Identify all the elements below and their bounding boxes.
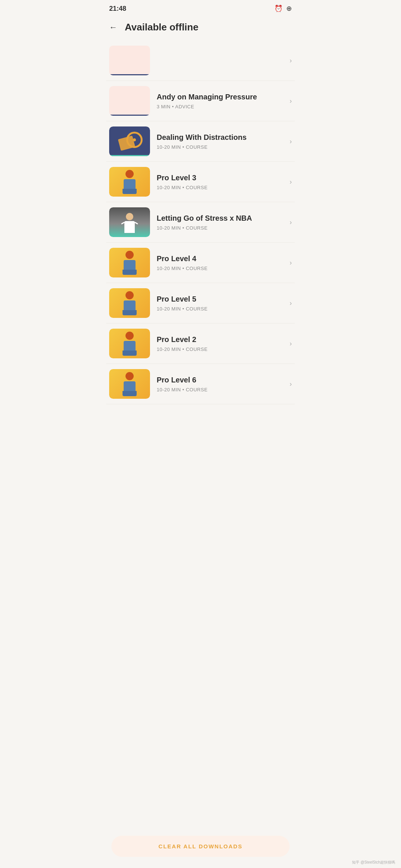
status-bar: 21:48 ⏰ ⊕ <box>100 0 301 16</box>
chevron-right-icon: › <box>290 259 292 267</box>
thumbnail <box>109 46 150 75</box>
thumbnail <box>109 329 150 358</box>
item-title: Pro Level 3 <box>157 173 286 183</box>
item-meta: 10-20 MIN • COURSE <box>157 266 286 271</box>
clear-all-downloads-button[interactable]: CLEAR ALL DOWNLOADS <box>111 836 290 857</box>
chevron-right-icon: › <box>290 57 292 65</box>
status-time: 21:48 <box>109 5 126 13</box>
thumbnail <box>109 288 150 318</box>
item-info: Letting Go of Stress x NBA 10-20 MIN • C… <box>157 214 286 231</box>
timer-icon: ⊕ <box>286 4 292 13</box>
list-item[interactable]: Pro Level 4 10-20 MIN • COURSE › <box>106 243 295 283</box>
list-item[interactable]: › <box>106 40 295 81</box>
item-meta: 10-20 MIN • COURSE <box>157 144 286 150</box>
item-title: Pro Level 6 <box>157 375 286 385</box>
item-meta: 10-20 MIN • COURSE <box>157 387 286 392</box>
item-title: Letting Go of Stress x NBA <box>157 214 286 223</box>
status-icons: ⏰ ⊕ <box>274 4 292 13</box>
item-meta: 10-20 MIN • COURSE <box>157 185 286 190</box>
list-item[interactable]: Pro Level 3 10-20 MIN • COURSE › <box>106 162 295 202</box>
item-title: Pro Level 5 <box>157 295 286 304</box>
back-button[interactable]: ← <box>109 23 117 32</box>
chevron-right-icon: › <box>290 138 292 145</box>
item-title: Dealing With Distractions <box>157 133 286 142</box>
item-meta: 10-20 MIN • COURSE <box>157 306 286 312</box>
item-info: Pro Level 2 10-20 MIN • COURSE <box>157 335 286 352</box>
thumbnail <box>109 369 150 399</box>
item-info: Pro Level 5 10-20 MIN • COURSE <box>157 295 286 312</box>
list-item[interactable]: Pro Level 6 10-20 MIN • COURSE › <box>106 364 295 404</box>
list-item[interactable]: Andy on Managing Pressure 3 MIN • ADVICE… <box>106 81 295 121</box>
clear-button-container: CLEAR ALL DOWNLOADS <box>111 836 290 857</box>
chevron-right-icon: › <box>290 340 292 348</box>
thumbnail <box>109 126 150 156</box>
thumbnail <box>109 248 150 277</box>
item-info: Pro Level 6 10-20 MIN • COURSE <box>157 375 286 392</box>
chevron-right-icon: › <box>290 218 292 226</box>
alarm-icon: ⏰ <box>274 4 283 13</box>
chevron-right-icon: › <box>290 380 292 388</box>
list-item[interactable]: Letting Go of Stress x NBA 10-20 MIN • C… <box>106 202 295 243</box>
page-title: Available offline <box>125 22 198 33</box>
header: ← Available offline <box>100 16 301 40</box>
list-item[interactable]: Pro Level 5 10-20 MIN • COURSE › <box>106 283 295 323</box>
thumbnail <box>109 207 150 237</box>
chevron-right-icon: › <box>290 178 292 186</box>
content-list: › Andy on Managing Pressure 3 MIN • ADVI… <box>100 40 301 441</box>
chevron-right-icon: › <box>290 299 292 307</box>
item-title: Pro Level 2 <box>157 335 286 344</box>
thumbnail <box>109 86 150 116</box>
item-info: Dealing With Distractions 10-20 MIN • CO… <box>157 133 286 150</box>
item-info: Pro Level 3 10-20 MIN • COURSE <box>157 173 286 190</box>
thumbnail <box>109 167 150 197</box>
item-meta: 10-20 MIN • COURSE <box>157 225 286 231</box>
list-item[interactable]: Dealing With Distractions 10-20 MIN • CO… <box>106 121 295 162</box>
chevron-right-icon: › <box>290 97 292 105</box>
item-title: Pro Level 4 <box>157 254 286 263</box>
item-title: Andy on Managing Pressure <box>157 92 286 102</box>
item-info: Pro Level 4 10-20 MIN • COURSE <box>157 254 286 271</box>
item-meta: 3 MIN • ADVICE <box>157 104 286 109</box>
item-meta: 10-20 MIN • COURSE <box>157 346 286 352</box>
item-info: Andy on Managing Pressure 3 MIN • ADVICE <box>157 92 286 109</box>
list-item[interactable]: Pro Level 2 10-20 MIN • COURSE › <box>106 323 295 364</box>
